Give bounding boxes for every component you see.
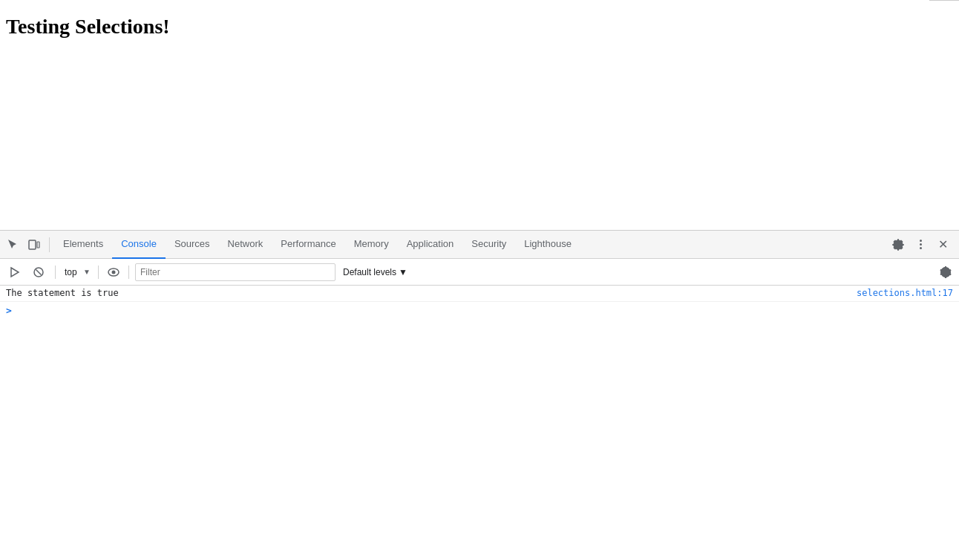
toolbar-separator-2 [98,266,99,279]
inspect-icon [7,239,19,251]
context-select[interactable]: top [62,266,92,279]
console-prompt-caret: > [6,305,12,316]
console-log-source-0[interactable]: selections.html:17 [857,288,953,298]
execute-context-button[interactable] [4,262,25,283]
toolbar-separator-3 [128,266,129,279]
console-log-entry-0: The statement is true selections.html:17 [0,286,959,302]
console-gear-icon [940,266,952,278]
toolbar-separator-1 [55,266,56,279]
context-selector-wrapper: top ▼ [62,266,92,279]
execute-icon [9,266,21,278]
page-content: Testing Selections! [0,0,959,230]
eye-icon [108,266,120,278]
clear-console-button[interactable] [28,262,49,283]
live-expressions-button[interactable] [105,263,122,281]
tab-network[interactable]: Network [219,231,272,259]
tab-console[interactable]: Console [112,231,166,259]
devtools-panel: Elements Console Sources Network Perform… [0,230,959,560]
tab-lighthouse[interactable]: Lighthouse [515,231,580,259]
default-levels-label: Default levels [343,267,396,277]
device-toolbar-button[interactable] [24,234,45,255]
devtools-tabbar: Elements Console Sources Network Perform… [0,231,959,259]
svg-line-4 [36,269,42,274]
more-options-button[interactable] [910,234,931,255]
close-devtools-button[interactable]: ✕ [932,234,953,255]
tab-application[interactable]: Application [398,231,463,259]
tab-security[interactable]: Security [462,231,515,259]
settings-button[interactable] [888,234,909,255]
tab-memory[interactable]: Memory [345,231,398,259]
console-output: The statement is true selections.html:17… [0,286,959,560]
svg-rect-1 [37,242,39,248]
inspect-element-button[interactable] [3,234,24,255]
device-icon [28,239,40,251]
console-toolbar: top ▼ Default levels ▼ [0,259,959,286]
tab-separator [49,237,50,252]
console-prompt-line[interactable]: > [0,302,959,318]
page-title: Testing Selections! [6,15,953,39]
devtools-action-icons: ✕ [888,234,956,255]
console-log-text-0: The statement is true [6,288,119,298]
tab-elements[interactable]: Elements [54,231,112,259]
clear-icon [33,266,45,278]
default-levels-button[interactable]: Default levels ▼ [338,266,412,279]
svg-marker-2 [11,268,19,277]
default-levels-arrow-icon: ▼ [399,267,408,277]
tab-performance[interactable]: Performance [272,231,344,259]
console-settings-button[interactable] [937,263,955,281]
gear-icon [892,239,904,251]
svg-point-6 [112,270,116,274]
filter-input[interactable] [135,263,336,281]
close-icon: ✕ [938,239,948,251]
svg-rect-0 [29,240,36,249]
tab-sources[interactable]: Sources [166,231,219,259]
kebab-icon [920,240,922,249]
